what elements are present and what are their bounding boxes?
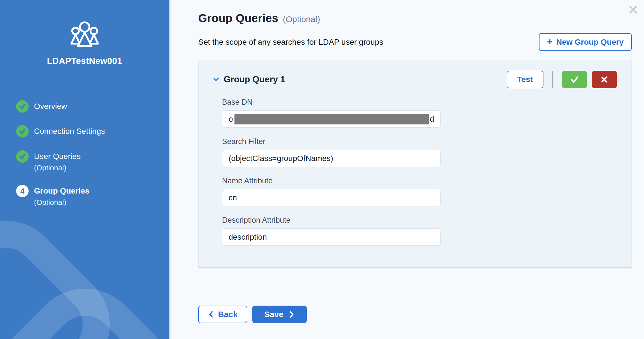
description-attribute-label: Description Attribute <box>222 216 617 225</box>
main-panel: Group Queries (Optional) Set the scope o… <box>172 0 644 339</box>
group-people-icon <box>68 20 101 48</box>
name-attribute-input[interactable] <box>222 189 441 206</box>
step-label: Overview <box>34 102 67 111</box>
step-complete-icon <box>16 100 29 113</box>
divider <box>552 71 553 88</box>
confirm-button[interactable] <box>562 71 587 88</box>
base-dn-visible-suffix: d <box>430 115 434 124</box>
new-group-query-label: New Group Query <box>556 38 624 47</box>
step-label: User Queries <box>34 152 81 161</box>
chevron-left-icon <box>208 310 214 318</box>
page-subtitle: Set the scope of any searches for LDAP u… <box>198 38 383 47</box>
page-header: Group Queries (Optional) <box>198 12 632 25</box>
page-title: Group Queries <box>198 12 278 25</box>
back-label: Back <box>218 310 238 319</box>
step-complete-icon <box>16 150 29 163</box>
description-attribute-input[interactable] <box>222 228 441 246</box>
search-filter-label: Search Filter <box>222 137 617 146</box>
name-attribute-label: Name Attribute <box>222 177 617 185</box>
group-query-title: Group Query 1 <box>224 74 285 85</box>
sidebar-item-overview[interactable]: Overview <box>16 100 67 113</box>
sidebar-item-group-queries[interactable]: 4 Group Queries (Optional) <box>16 185 89 207</box>
wizard-footer: Back Save <box>198 306 632 323</box>
test-button[interactable]: Test <box>507 71 543 88</box>
ldap-setup-modal: LDAPTestNew001 Overview Connection Setti… <box>0 0 644 339</box>
step-label: Group Queries <box>34 186 89 195</box>
search-filter-input[interactable] <box>222 150 441 167</box>
base-dn-visible-prefix: o <box>229 115 233 124</box>
save-label: Save <box>264 310 283 319</box>
step-sublabel: (Optional) <box>34 198 66 207</box>
step-label: Connection Settings <box>34 127 105 136</box>
delete-button[interactable] <box>592 71 617 88</box>
base-dn-input[interactable]: o d <box>222 110 441 128</box>
step-number-badge: 4 <box>16 185 29 197</box>
new-group-query-button[interactable]: + New Group Query <box>539 33 632 51</box>
close-icon[interactable] <box>628 4 639 15</box>
chevron-down-icon[interactable] <box>211 75 221 84</box>
back-button[interactable]: Back <box>198 306 247 323</box>
sidebar: LDAPTestNew001 Overview Connection Setti… <box>0 0 170 339</box>
chevron-right-icon <box>289 310 295 318</box>
step-complete-icon <box>16 125 29 138</box>
base-dn-label: Base DN <box>222 98 617 107</box>
plus-icon: + <box>547 37 553 46</box>
sidebar-item-connection-settings[interactable]: Connection Settings <box>16 125 105 138</box>
brand-block: LDAPTestNew001 <box>0 20 169 66</box>
step-sublabel: (Optional) <box>34 164 66 172</box>
sidebar-item-user-queries[interactable]: User Queries (Optional) <box>16 150 81 173</box>
save-button[interactable]: Save <box>252 306 307 323</box>
connection-name: LDAPTestNew001 <box>0 56 169 66</box>
group-query-card: Group Query 1 Test <box>198 60 632 268</box>
page-title-optional: (Optional) <box>283 14 320 24</box>
redaction-bar <box>234 114 429 124</box>
